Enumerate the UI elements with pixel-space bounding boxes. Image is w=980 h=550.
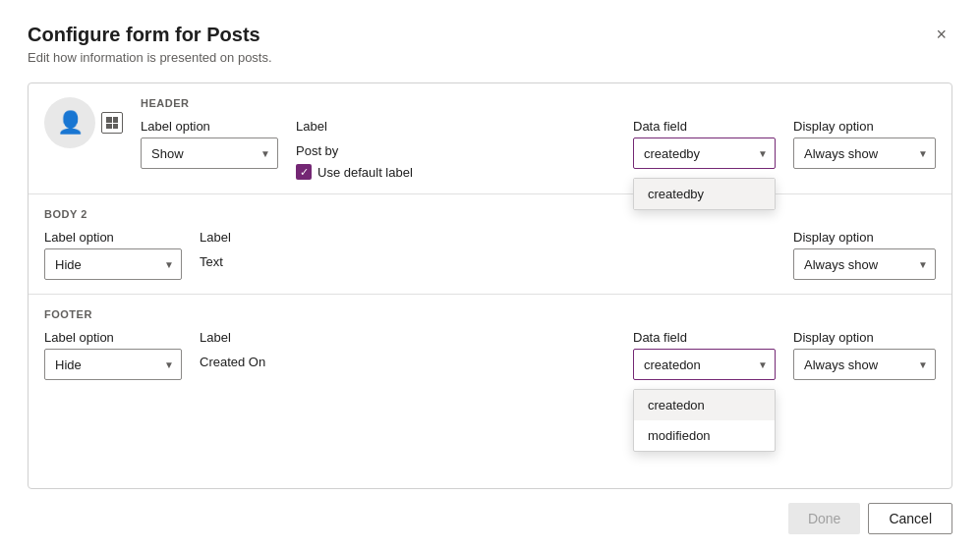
header-label-group: Label Post by ✓ Use default label [296,119,414,180]
body2-label-value: Text [200,254,317,269]
footer-data-field-select[interactable]: createdon modifiedon [633,349,776,380]
configure-form-dialog: Configure form for Posts × Edit how info… [0,0,980,550]
header-fields-row: Label option Show Hide ▼ Label Post by [141,119,936,180]
close-button[interactable]: × [930,24,952,45]
header-label-col-label: Label [296,119,414,134]
footer-data-field-group: Data field createdon modifiedon ▼ create… [633,330,776,380]
body2-section: BODY 2 Label option Hide Show ▼ [29,194,951,295]
body2-label-option-label: Label option [44,230,182,245]
dialog-title: Configure form for Posts [28,24,260,46]
footer-dropdown-item-modifiedon[interactable]: modifiedon [634,420,775,451]
body2-display-option-group: Display option Always show ▼ [793,230,936,280]
footer-label-option-label: Label option [44,330,182,345]
body2-display-option-select-wrapper: Always show ▼ [793,248,936,280]
header-data-field-select-wrapper: createdby ▼ [633,138,776,169]
footer-data-field-dropdown: createdon modifiedon [633,389,776,452]
header-label-option-select[interactable]: Show Hide [141,138,278,169]
header-display-option-select-wrapper: Always show ▼ [793,138,936,169]
footer-display-option-label: Display option [793,330,936,345]
header-display-option-label: Display option [793,119,936,134]
footer-label-col-label: Label [200,330,317,345]
footer-display-option-group: Display option Always show ▼ [793,330,936,380]
header-default-label-checkbox[interactable]: ✓ [296,164,312,180]
footer-label-option-select[interactable]: Hide Show [44,349,182,380]
footer-inner: FOOTER Label option Hide Show ▼ [44,308,936,380]
header-data-field-group: Data field createdby ▼ createdby [633,119,776,169]
footer-section-label: FOOTER [44,308,936,320]
dialog-footer-bar: Done Cancel [28,489,952,534]
header-section-label: HEADER [141,97,936,109]
footer-display-option-select[interactable]: Always show [793,349,936,380]
header-default-label-row: ✓ Use default label [296,164,414,180]
footer-display-option-select-wrapper: Always show ▼ [793,349,936,380]
avatar: 👤 [44,97,95,148]
body2-fields-row: Label option Hide Show ▼ Label Text [44,230,936,280]
body2-label-option-select[interactable]: Hide Show [44,248,182,280]
header-display-option-group: Display option Always show ▼ [793,119,936,169]
footer-dropdown-item-createdon[interactable]: createdon [634,390,775,420]
footer-fields-row: Label option Hide Show ▼ Label Created O [44,330,936,380]
person-icon: 👤 [57,110,84,136]
content-area: 👤 HEADER Label option [28,82,952,489]
header-label-option-group: Label option Show Hide ▼ [141,119,278,169]
body2-inner: BODY 2 Label option Hide Show ▼ [44,208,936,280]
dialog-header: Configure form for Posts × [28,24,952,46]
body2-section-label: BODY 2 [44,208,936,220]
header-section: 👤 HEADER Label option [29,83,951,194]
cancel-button[interactable]: Cancel [868,503,952,534]
dialog-subtitle: Edit how information is presented on pos… [28,50,952,65]
header-data-field-select[interactable]: createdby [633,138,776,169]
table-icon [101,112,123,134]
footer-label-option-group: Label option Hide Show ▼ [44,330,182,380]
header-label-option-label: Label option [141,119,278,134]
header-data-field-label: Data field [633,119,776,134]
done-button: Done [788,503,860,534]
body2-label-group: Label Text [200,230,317,269]
footer-label-group: Label Created On [200,330,317,369]
header-data-field-dropdown: createdby [633,178,776,210]
body2-label-option-select-wrapper: Hide Show ▼ [44,248,182,280]
body2-label-option-group: Label option Hide Show ▼ [44,230,182,280]
footer-data-field-label: Data field [633,330,776,345]
footer-label-option-select-wrapper: Hide Show ▼ [44,349,182,380]
header-label-value: Post by [296,143,414,158]
body2-display-option-select[interactable]: Always show [793,248,936,280]
avatar-area: 👤 [44,97,123,148]
header-label-option-select-wrapper: Show Hide ▼ [141,138,278,169]
footer-label-value: Created On [200,355,317,369]
footer-section: FOOTER Label option Hide Show ▼ [29,295,951,394]
body2-display-option-label: Display option [793,230,936,245]
footer-data-field-select-wrapper: createdon modifiedon ▼ [633,349,776,380]
body2-label-col-label: Label [200,230,317,245]
checkmark-icon: ✓ [300,167,309,178]
header-dropdown-item-createdby[interactable]: createdby [634,179,775,209]
header-display-option-select[interactable]: Always show [793,138,936,169]
header-default-label-text: Use default label [317,165,413,180]
